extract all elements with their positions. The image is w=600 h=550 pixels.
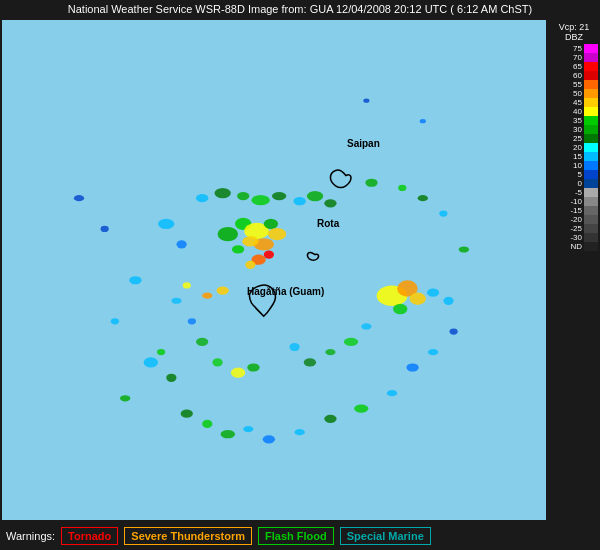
scale-row: 40 bbox=[550, 107, 598, 116]
main-container: National Weather Service WSR-88D Image f… bbox=[0, 0, 600, 550]
scale-label: 15 bbox=[560, 152, 582, 161]
svg-point-4 bbox=[166, 374, 176, 382]
scale-label: 25 bbox=[560, 134, 582, 143]
scale-row: 15 bbox=[550, 152, 598, 161]
scale-row: 30 bbox=[550, 125, 598, 134]
svg-point-67 bbox=[420, 119, 426, 123]
scale-label: -30 bbox=[560, 233, 582, 242]
svg-point-22 bbox=[251, 255, 265, 265]
svg-point-21 bbox=[324, 199, 336, 207]
svg-point-25 bbox=[377, 285, 408, 306]
svg-point-38 bbox=[263, 435, 275, 443]
scale-color-box bbox=[584, 44, 598, 53]
scale-color-box bbox=[584, 53, 598, 62]
footer-bar: Warnings: Tornado Severe Thunderstorm Fl… bbox=[0, 522, 600, 550]
svg-point-16 bbox=[237, 192, 249, 200]
scale-row: 65 bbox=[550, 62, 598, 71]
scale-row: 5 bbox=[550, 170, 598, 179]
warnings-label: Warnings: bbox=[6, 530, 55, 542]
scale-color-box bbox=[584, 71, 598, 80]
svg-point-64 bbox=[183, 282, 191, 288]
scale-row: -25 bbox=[550, 224, 598, 233]
radar-map: Saipan Rota Hagåtña (Guam) bbox=[2, 20, 546, 520]
svg-point-55 bbox=[231, 368, 245, 378]
svg-point-50 bbox=[365, 179, 377, 187]
flash-flood-badge[interactable]: Flash Flood bbox=[258, 527, 334, 545]
svg-point-43 bbox=[406, 363, 418, 371]
scale-row: -15 bbox=[550, 206, 598, 215]
scale-row: 0 bbox=[550, 179, 598, 188]
scale-label: -20 bbox=[560, 215, 582, 224]
scale-color-box bbox=[584, 197, 598, 206]
scale-label: -5 bbox=[560, 188, 582, 197]
scale-label: 30 bbox=[560, 125, 582, 134]
scale-label: 40 bbox=[560, 107, 582, 116]
svg-point-59 bbox=[325, 349, 335, 355]
scale-row: 45 bbox=[550, 98, 598, 107]
scale-label: 45 bbox=[560, 98, 582, 107]
scale-color-box bbox=[584, 161, 598, 170]
scale-row: 10 bbox=[550, 161, 598, 170]
legend-title: Vcp: 21 DBZ bbox=[559, 22, 590, 42]
header-text: National Weather Service WSR-88D Image f… bbox=[68, 3, 532, 15]
scale-color-box bbox=[584, 242, 598, 251]
svg-point-23 bbox=[264, 250, 274, 258]
scale-color-box bbox=[584, 170, 598, 179]
scale-row: 50 bbox=[550, 89, 598, 98]
scale-row: 55 bbox=[550, 80, 598, 89]
svg-point-28 bbox=[393, 304, 407, 314]
scale-row: 25 bbox=[550, 134, 598, 143]
svg-point-49 bbox=[398, 185, 406, 191]
svg-point-30 bbox=[443, 297, 453, 305]
svg-point-3 bbox=[144, 357, 158, 367]
svg-point-47 bbox=[439, 210, 447, 216]
svg-point-56 bbox=[247, 363, 259, 371]
scale-color-box bbox=[584, 224, 598, 233]
svg-point-9 bbox=[264, 219, 278, 229]
scale-label: 55 bbox=[560, 80, 582, 89]
scale-row: 70 bbox=[550, 53, 598, 62]
svg-point-8 bbox=[244, 223, 269, 239]
svg-point-32 bbox=[111, 318, 119, 324]
svg-point-1 bbox=[176, 240, 186, 248]
scale-color-box bbox=[584, 116, 598, 125]
svg-point-48 bbox=[418, 195, 428, 201]
scale-color-box bbox=[584, 233, 598, 242]
scale-color-box bbox=[584, 80, 598, 89]
scale-row: ND bbox=[550, 242, 598, 251]
svg-point-11 bbox=[253, 238, 274, 250]
scale-color-box bbox=[584, 107, 598, 116]
svg-point-42 bbox=[387, 390, 397, 396]
svg-point-60 bbox=[344, 338, 358, 346]
scale-color-box bbox=[584, 143, 598, 152]
scale-label: -15 bbox=[560, 206, 582, 215]
svg-point-36 bbox=[221, 430, 235, 438]
tornado-warning-badge[interactable]: Tornado bbox=[61, 527, 118, 545]
svg-point-39 bbox=[295, 429, 305, 435]
scale-label: 20 bbox=[560, 143, 582, 152]
scale-label: 70 bbox=[560, 53, 582, 62]
scale-label: 75 bbox=[560, 44, 582, 53]
svg-point-18 bbox=[272, 192, 286, 200]
svg-point-26 bbox=[397, 280, 418, 296]
scale-label: 35 bbox=[560, 116, 582, 125]
svg-point-27 bbox=[409, 293, 425, 305]
island-svg bbox=[2, 20, 546, 520]
legend-panel: Vcp: 21 DBZ 7570656055504540353025201510… bbox=[548, 18, 600, 522]
svg-point-31 bbox=[101, 226, 109, 232]
svg-point-33 bbox=[120, 395, 130, 401]
svg-point-35 bbox=[202, 420, 212, 428]
scale-label: 50 bbox=[560, 89, 582, 98]
scale-label: ND bbox=[560, 242, 582, 251]
scale-color-box bbox=[584, 206, 598, 215]
severe-thunderstorm-badge[interactable]: Severe Thunderstorm bbox=[124, 527, 252, 545]
svg-point-17 bbox=[251, 195, 269, 205]
scale-label: 65 bbox=[560, 62, 582, 71]
svg-point-44 bbox=[428, 349, 438, 355]
special-marine-badge[interactable]: Special Marine bbox=[340, 527, 431, 545]
scale-color-box bbox=[584, 179, 598, 188]
svg-point-40 bbox=[324, 415, 336, 423]
svg-point-45 bbox=[450, 329, 458, 335]
scale-color-box bbox=[584, 215, 598, 224]
scale-label: -10 bbox=[560, 197, 582, 206]
